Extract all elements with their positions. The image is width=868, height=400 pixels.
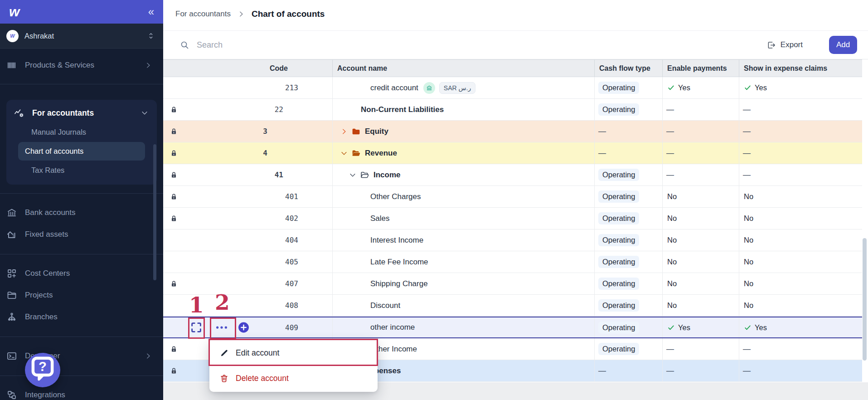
column-header-show-in-expense-claims[interactable]: Show in expense claims: [739, 60, 862, 77]
yes-label: Yes: [678, 323, 690, 332]
table-row-revenue[interactable]: 4Revenue———: [163, 142, 862, 164]
search-input[interactable]: [197, 40, 766, 50]
enable-payments-cell: No: [662, 251, 739, 273]
sidebar-nav: Products & ServicesFor accountantsManual…: [0, 55, 163, 400]
value-dash: —: [663, 171, 674, 180]
sidebar-item-integrations[interactable]: Integrations: [0, 384, 163, 400]
column-header-cash-flow-type[interactable]: Cash flow type: [594, 60, 662, 77]
chevron-down-icon[interactable]: [349, 171, 357, 179]
help-icon: ?: [25, 351, 60, 389]
sidebar-item-developer[interactable]: Developer: [0, 345, 163, 367]
spacer: [0, 185, 163, 193]
help-button[interactable]: ?: [25, 353, 60, 387]
sidebar-item-cost-centers[interactable]: Cost Centers: [0, 263, 163, 284]
value-dash: —: [595, 366, 606, 376]
add-button[interactable]: Add: [829, 36, 857, 54]
enable-payments-cell: No: [662, 273, 739, 294]
chevron-down-icon: [141, 109, 149, 117]
account-name: Shipping Charge: [370, 279, 428, 288]
integrations-icon: [6, 390, 17, 400]
table-row-equity[interactable]: 3Equity———: [163, 121, 862, 142]
cash-flow-cell: Operating: [594, 164, 662, 185]
sidebar-item-tax-rates[interactable]: Tax Rates: [6, 161, 157, 180]
yes-label: Yes: [755, 83, 767, 92]
table-row-other-income[interactable]: 409other incomeOperatingYesYes: [163, 317, 862, 338]
table-row-shipping-charge[interactable]: 407Shipping ChargeOperatingNoNo: [163, 273, 862, 295]
svg-text:?: ?: [39, 359, 47, 374]
breadcrumb-parent[interactable]: For accountants: [175, 10, 231, 19]
sidebar-item-manual-journals[interactable]: Manual Journals: [6, 122, 157, 142]
table-row-non-current-liabilities[interactable]: 22Non-Current LiabilitiesOperating——: [163, 99, 862, 121]
add-subaccount-button[interactable]: [238, 322, 249, 333]
table-row-sales[interactable]: 402SalesOperatingNoNo: [163, 208, 862, 229]
code-cell: 407: [163, 273, 332, 294]
export-button[interactable]: Export: [766, 40, 803, 50]
account-name: Late Fee Income: [370, 258, 428, 267]
sidebar-item-label: Fixed assets: [25, 230, 152, 239]
value-no: No: [739, 258, 753, 266]
lock-icon: [170, 106, 178, 113]
sidebar-item-label: For accountants: [32, 108, 141, 118]
expense-claims-cell: No: [739, 295, 862, 316]
spacer: [0, 245, 163, 254]
sidebar-scrollbar[interactable]: [153, 144, 156, 280]
value-dash: —: [663, 366, 674, 376]
no-label: No: [667, 301, 677, 310]
table-row-interest-income[interactable]: 404Interest IncomeOperatingNoNo: [163, 229, 862, 251]
code-cell: 41: [163, 164, 332, 185]
sidebar-item-label: Bank accounts: [25, 208, 152, 217]
sidebar-collapse-button[interactable]: «: [148, 6, 153, 17]
sidebar-item-chart-of-accounts[interactable]: Chart of accounts: [18, 142, 145, 161]
building-icon: [6, 229, 17, 240]
cash-flow-value: Operating: [598, 278, 639, 290]
yes-label: Yes: [755, 323, 767, 332]
table-row-other-charges[interactable]: 401Other ChargesOperatingNoNo: [163, 186, 862, 208]
value-dash: —: [739, 171, 751, 180]
sidebar-item-label: Integrations: [25, 390, 152, 400]
context-menu-label: Delete account: [236, 374, 289, 383]
account-code: 41: [275, 171, 332, 179]
context-menu-item-delete-account[interactable]: Delete account: [209, 366, 378, 391]
workspace-switcher[interactable]: W Ashrakat: [0, 24, 163, 49]
sidebar-item-label: Products & Services: [25, 61, 144, 70]
bank-icon: [6, 207, 17, 218]
table-row-late-fee-income[interactable]: 405Late Fee IncomeOperatingNoNo: [163, 251, 862, 273]
sidebar-item-branches[interactable]: Branches: [0, 306, 163, 328]
value-no: No: [739, 279, 753, 288]
account-name: Other Charges: [370, 192, 421, 201]
table-row-income[interactable]: 41IncomeOperating——: [163, 164, 862, 186]
column-header-code[interactable]: Code: [163, 60, 332, 77]
chevron-right-icon[interactable]: [340, 127, 348, 136]
account-name-cell: Shipping Charge: [332, 273, 594, 294]
table-row-discount[interactable]: 408DiscountOperatingNoNo: [163, 295, 862, 317]
sidebar-item-projects[interactable]: Projects: [0, 284, 163, 306]
chevron-down-icon[interactable]: [340, 149, 348, 157]
cash-flow-cell: Operating: [594, 99, 662, 120]
table-scrollbar[interactable]: [863, 238, 867, 361]
column-header-account-name[interactable]: Account name: [332, 60, 594, 77]
enable-payments-cell: Yes: [662, 317, 739, 337]
no-label: No: [744, 301, 753, 310]
table-row-credit-account[interactable]: 213credit accountSAR ر.سOperatingYesYes: [163, 77, 862, 99]
enable-payments-cell: —: [662, 164, 739, 185]
cash-flow-cell: Operating: [594, 317, 662, 337]
analytics-gear-icon: [14, 107, 24, 118]
sidebar-item-products-services[interactable]: Products & Services: [0, 55, 163, 75]
account-name: Discount: [370, 301, 400, 310]
value-dash: —: [739, 127, 751, 136]
value-dash: —: [663, 149, 674, 158]
workspace-name: Ashrakat: [24, 32, 147, 40]
cash-flow-cell: Operating: [594, 229, 662, 251]
trash-icon: [219, 374, 229, 383]
check-icon: [744, 324, 752, 332]
expense-claims-cell: —: [739, 338, 862, 360]
account-name: Interest Income: [370, 236, 423, 245]
sidebar-item-for-accountants[interactable]: For accountants: [6, 103, 157, 122]
check-icon: [667, 84, 675, 92]
sidebar-item-bank-accounts[interactable]: Bank accounts: [0, 202, 163, 224]
toolbar: Export Add: [163, 31, 868, 59]
annotation-marker-1: 1: [189, 294, 204, 316]
sidebar-item-fixed-assets[interactable]: Fixed assets: [0, 224, 163, 245]
export-label: Export: [781, 40, 803, 49]
column-header-enable-payments[interactable]: Enable payments: [662, 60, 739, 77]
